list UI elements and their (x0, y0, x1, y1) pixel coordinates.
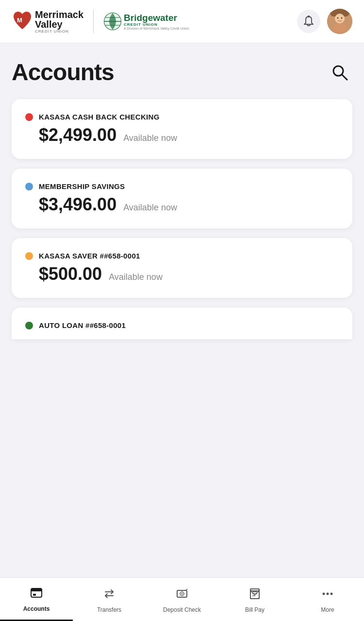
nav-label-accounts: Accounts (23, 605, 50, 612)
more-icon (321, 587, 334, 604)
search-icon (331, 64, 348, 81)
account-name: KASASA SAVER ##658-0001 (39, 252, 140, 260)
account-dot-red (25, 113, 33, 121)
svg-line-15 (342, 75, 347, 80)
nav-item-deposit-check[interactable]: Deposit Check (146, 578, 218, 621)
svg-point-13 (333, 23, 347, 33)
deposit-check-icon (175, 587, 189, 604)
logo-group: M Merrimack Valley CREDIT UNION (12, 9, 189, 34)
account-balance-row: $500.00 Available now (39, 264, 339, 284)
account-name-row: AUTO LOAN ##658-0001 (25, 321, 339, 329)
main-content: Accounts KASASA CASH BACK CHECKING $2,49… (0, 43, 364, 347)
account-name-row: KASASA SAVER ##658-0001 (25, 252, 339, 260)
nav-item-accounts[interactable]: Accounts (0, 578, 73, 621)
bridgewater-sub2: A Division of Merrimack Valley Credit Un… (124, 27, 189, 30)
account-card-kasasa-saver[interactable]: KASASA SAVER ##658-0001 $500.00 Availabl… (12, 238, 352, 298)
svg-point-21 (182, 593, 183, 594)
svg-point-11 (337, 17, 339, 19)
svg-point-29 (323, 592, 325, 595)
account-card-membership-savings[interactable]: MEMBERSHIP SAVINGS $3,496.00 Available n… (12, 169, 352, 228)
account-balance-row: $3,496.00 Available now (39, 194, 339, 215)
account-card-kasasa-checking[interactable]: KASASA CASH BACK CHECKING $2,499.00 Avai… (12, 99, 352, 159)
account-dot-blue (25, 183, 33, 190)
search-button[interactable] (327, 60, 352, 85)
nav-item-bill-pay[interactable]: Bill Pay (218, 578, 291, 621)
svg-point-30 (327, 592, 329, 595)
account-card-auto-loan[interactable]: AUTO LOAN ##658-0001 (12, 308, 352, 339)
bill-pay-icon (248, 587, 262, 604)
account-name-row: MEMBERSHIP SAVINGS (25, 182, 339, 190)
bridgewater-logo: Bridgewater CREDIT UNION A Division of M… (103, 12, 189, 31)
account-dot-green (25, 322, 33, 329)
notifications-button[interactable] (297, 10, 320, 33)
available-label: Available now (123, 203, 177, 213)
svg-rect-18 (33, 594, 36, 596)
accounts-icon (30, 586, 43, 603)
nav-label-bill-pay: Bill Pay (245, 606, 265, 613)
logo-divider (93, 10, 94, 33)
bridgewater-globe-icon (103, 12, 122, 31)
nav-label-deposit-check: Deposit Check (163, 606, 201, 613)
account-name-row: KASASA CASH BACK CHECKING (25, 113, 339, 121)
app-header: M Merrimack Valley CREDIT UNION (0, 0, 364, 43)
transfers-icon (102, 587, 116, 604)
bridgewater-name: Bridgewater (124, 13, 189, 22)
available-label: Available now (109, 272, 163, 282)
bell-icon (302, 15, 315, 28)
svg-line-22 (186, 589, 187, 590)
account-name: AUTO LOAN ##658-0001 (39, 321, 126, 329)
user-avatar[interactable] (327, 9, 352, 34)
account-balance: $500.00 (39, 264, 102, 284)
page-title: Accounts (12, 59, 114, 86)
bottom-nav: Accounts Transfers Deposit Check (0, 577, 364, 621)
merrimack-name: Merrimack (35, 9, 83, 20)
account-name: KASASA CASH BACK CHECKING (39, 113, 160, 121)
account-balance-row: $2,499.00 Available now (39, 125, 339, 145)
nav-label-transfers: Transfers (97, 606, 121, 613)
header-actions (297, 9, 352, 34)
merrimack-logo: M Merrimack Valley CREDIT UNION (12, 9, 83, 34)
nav-item-transfers[interactable]: Transfers (73, 578, 146, 621)
nav-item-more[interactable]: More (291, 578, 364, 621)
available-label: Available now (123, 133, 177, 143)
merrimack-heart-icon: M (12, 9, 33, 34)
merrimack-sub: CREDIT UNION (35, 29, 83, 34)
svg-rect-17 (31, 588, 42, 591)
account-balance: $3,496.00 (39, 194, 116, 215)
bridgewater-sub1: CREDIT UNION (124, 22, 189, 27)
svg-point-31 (331, 592, 333, 595)
account-balance: $2,499.00 (39, 125, 116, 145)
svg-text:M: M (17, 17, 22, 24)
svg-point-10 (335, 14, 345, 23)
svg-point-12 (341, 17, 343, 19)
merrimack-valley: Valley (35, 19, 63, 30)
account-dot-orange (25, 252, 33, 260)
nav-label-more: More (321, 606, 334, 613)
account-name: MEMBERSHIP SAVINGS (39, 182, 125, 190)
page-header: Accounts (12, 59, 352, 86)
